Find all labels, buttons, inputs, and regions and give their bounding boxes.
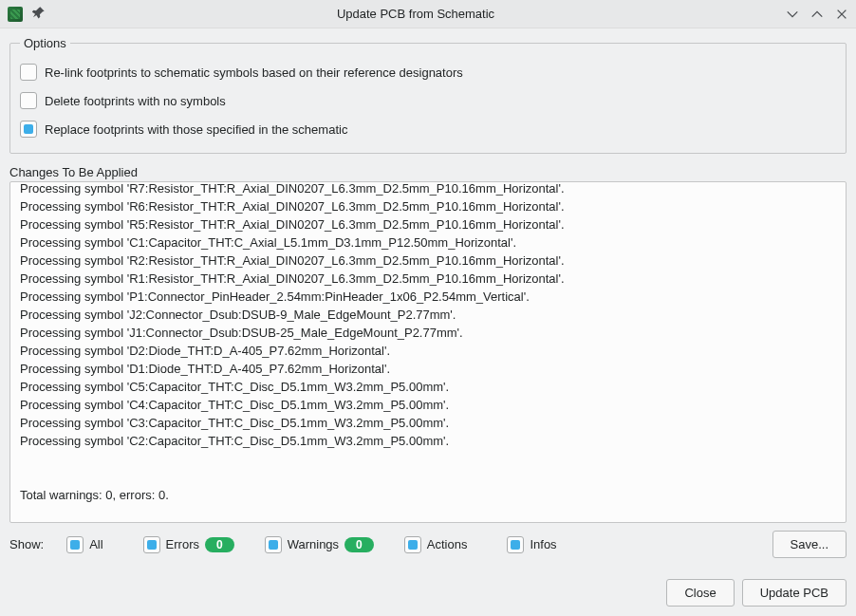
update-pcb-button[interactable]: Update PCB	[742, 579, 847, 607]
dialog-content: Options Re-link footprints to schematic …	[0, 28, 856, 568]
option-replace-footprints[interactable]: Replace footprints with those specified …	[20, 115, 836, 143]
checkbox-filter-errors[interactable]	[143, 536, 160, 553]
log-line: Processing symbol 'C4:Capacitor_THT:C_Di…	[20, 396, 836, 414]
log-line: Processing symbol 'R2:Resistor_THT:R_Axi…	[20, 252, 836, 270]
checkbox-filter-actions[interactable]	[404, 536, 421, 553]
checkbox-replace-footprints[interactable]	[20, 121, 37, 138]
filter-infos[interactable]: Infos	[507, 536, 556, 553]
changes-label: Changes To Be Applied	[9, 165, 847, 179]
checkbox-delete-no-symbols[interactable]	[20, 92, 37, 109]
checkbox-filter-warnings[interactable]	[265, 536, 282, 553]
filter-all-label: All	[89, 537, 102, 551]
pin-icon[interactable]	[32, 6, 46, 22]
maximize-icon[interactable]	[810, 8, 824, 21]
log-line: Processing symbol 'R6:Resistor_THT:R_Axi…	[20, 197, 836, 215]
filter-all[interactable]: All	[66, 536, 102, 553]
minimize-icon[interactable]	[786, 8, 799, 21]
log-line: Processing symbol 'J2:Connector_Dsub:DSU…	[20, 306, 836, 324]
filter-warnings-label: Warnings	[288, 537, 339, 551]
log-line: Processing symbol 'R5:Resistor_THT:R_Axi…	[20, 215, 836, 233]
save-button[interactable]: Save...	[772, 531, 847, 558]
warnings-badge: 0	[344, 537, 374, 552]
log-line: Processing symbol 'D1:Diode_THT:D_A-405_…	[20, 360, 836, 378]
log-line: Processing symbol 'C3:Capacitor_THT:C_Di…	[20, 414, 836, 432]
log-line: Processing symbol 'R7:Resistor_THT:R_Axi…	[20, 181, 836, 197]
filter-infos-label: Infos	[530, 537, 556, 551]
dialog-button-bar: Close Update PCB	[0, 568, 856, 616]
checkbox-filter-all[interactable]	[66, 536, 84, 553]
checkbox-filter-infos[interactable]	[507, 536, 524, 553]
filter-errors[interactable]: Errors 0	[143, 536, 234, 553]
close-icon[interactable]	[835, 8, 848, 21]
log-line: Processing symbol 'C1:Capacitor_THT:C_Ax…	[20, 233, 836, 252]
log-line: Processing symbol 'P1:Connector_PinHeade…	[20, 288, 836, 306]
option-relink-label: Re-link footprints to schematic symbols …	[45, 65, 463, 80]
filter-errors-label: Errors	[166, 537, 199, 551]
filter-actions-label: Actions	[427, 537, 468, 551]
filter-warnings[interactable]: Warnings 0	[265, 536, 374, 553]
changes-log[interactable]: Processing symbol 'R7:Resistor_THT:R_Axi…	[9, 181, 847, 523]
log-line: Processing symbol 'J1:Connector_Dsub:DSU…	[20, 324, 836, 342]
errors-badge: 0	[205, 537, 234, 552]
log-line: Processing symbol 'C2:Capacitor_THT:C_Di…	[20, 432, 836, 450]
close-button[interactable]: Close	[666, 579, 734, 607]
filter-bar: Show: All Errors 0 Warnings 0 Actions In…	[9, 523, 847, 558]
option-delete-no-symbols[interactable]: Delete footprints with no symbols	[20, 86, 836, 115]
window-title: Update PCB from Schematic	[46, 7, 786, 21]
show-label: Show:	[9, 537, 44, 551]
log-line: Processing symbol 'R1:Resistor_THT:R_Axi…	[20, 270, 836, 288]
option-relink[interactable]: Re-link footprints to schematic symbols …	[20, 58, 836, 86]
option-delete-no-symbols-label: Delete footprints with no symbols	[45, 94, 226, 108]
log-line: Processing symbol 'C5:Capacitor_THT:C_Di…	[20, 378, 836, 396]
option-replace-footprints-label: Replace footprints with those specified …	[45, 122, 347, 137]
log-line: Processing symbol 'D2:Diode_THT:D_A-405_…	[20, 342, 836, 360]
titlebar: Update PCB from Schematic	[0, 0, 856, 28]
options-group: Options Re-link footprints to schematic …	[9, 36, 847, 154]
app-icon	[8, 7, 23, 22]
checkbox-relink[interactable]	[20, 64, 37, 81]
log-summary: Total warnings: 0, errors: 0.	[20, 486, 836, 504]
filter-actions[interactable]: Actions	[404, 536, 468, 553]
options-legend: Options	[20, 36, 70, 50]
